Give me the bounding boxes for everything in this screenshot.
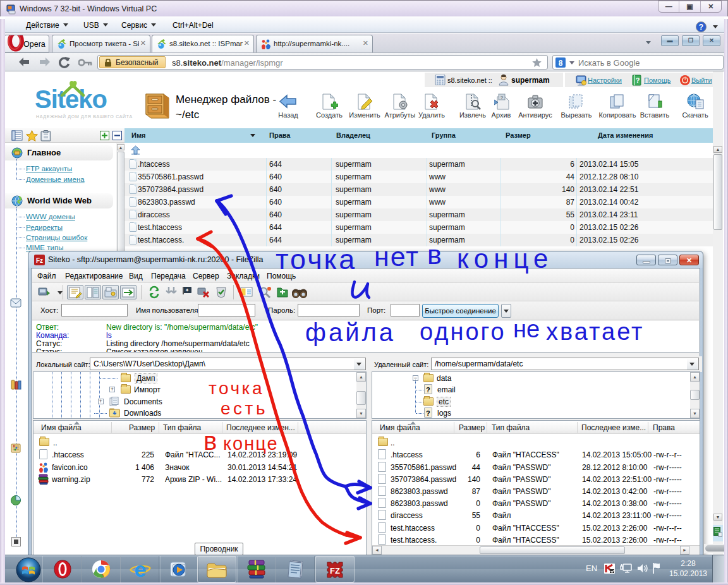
svg-text:хватает: хватает: [546, 318, 644, 345]
svg-text:в: в: [203, 427, 217, 455]
svg-text:нет: нет: [374, 241, 420, 272]
svg-text:точка: точка: [209, 378, 264, 398]
svg-text:в: в: [427, 239, 442, 270]
svg-text:одного: одного: [420, 318, 506, 345]
svg-text:есть: есть: [221, 399, 268, 418]
svg-text:не: не: [513, 316, 540, 342]
svg-text:конце: конце: [457, 244, 553, 274]
svg-text:конце: конце: [223, 433, 279, 454]
svg-text:точка: точка: [276, 243, 356, 275]
svg-text:файла: файла: [305, 318, 396, 346]
